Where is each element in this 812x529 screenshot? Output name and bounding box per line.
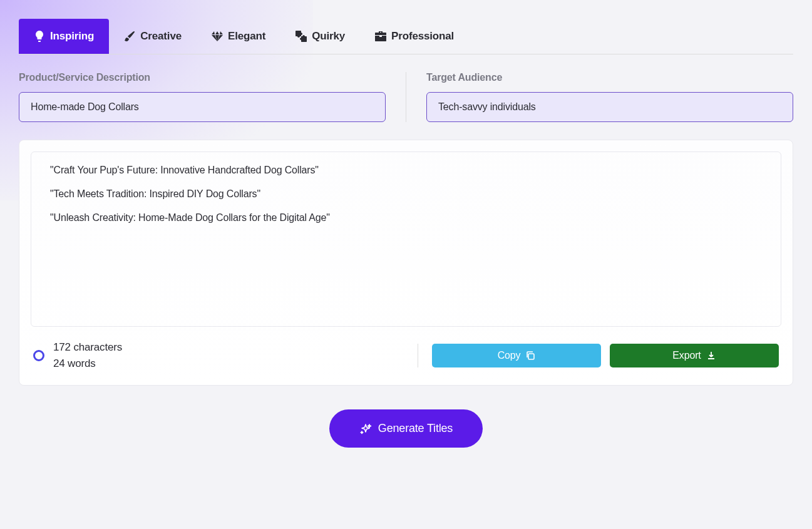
stats-circle-icon — [33, 350, 44, 361]
results-panel: "Craft Your Pup's Future: Innovative Han… — [19, 140, 793, 386]
audience-input[interactable] — [426, 92, 793, 122]
copy-icon — [525, 351, 535, 361]
product-label: Product/Service Description — [19, 72, 386, 83]
tab-professional[interactable]: Professional — [360, 19, 469, 54]
result-item: "Unleash Creativity: Home-Made Dog Colla… — [50, 212, 762, 223]
tab-inspiring[interactable]: Inspiring — [19, 19, 109, 54]
input-row: Product/Service Description Target Audie… — [19, 72, 793, 122]
product-input[interactable] — [19, 92, 386, 122]
result-item: "Craft Your Pup's Future: Innovative Han… — [50, 165, 762, 176]
lightbulb-icon — [34, 31, 45, 42]
input-divider — [406, 72, 406, 122]
product-field: Product/Service Description — [19, 72, 386, 122]
result-item: "Tech Meets Tradition: Inspired DIY Dog … — [50, 188, 762, 200]
stats-text: 172 characters 24 words — [53, 339, 122, 371]
tab-elegant[interactable]: Elegant — [197, 19, 280, 54]
style-tabs: Inspiring Creative Elegant Quirky Profes… — [19, 19, 793, 54]
stats-section: 172 characters 24 words — [33, 339, 418, 371]
action-buttons: Copy Export — [418, 344, 779, 367]
tab-label: Quirky — [312, 30, 345, 43]
generate-section: Generate Titles — [19, 409, 793, 448]
results-box: "Craft Your Pup's Future: Innovative Han… — [31, 152, 781, 327]
download-icon — [706, 351, 716, 361]
generate-button[interactable]: Generate Titles — [329, 409, 483, 448]
tab-quirky[interactable]: Quirky — [280, 19, 360, 54]
panel-footer: 172 characters 24 words Copy Export — [31, 339, 781, 374]
gem-icon — [212, 31, 223, 42]
tab-creative[interactable]: Creative — [109, 19, 197, 54]
sparkle-icon — [359, 423, 372, 435]
tab-label: Elegant — [228, 30, 265, 43]
briefcase-icon — [375, 31, 386, 42]
word-count: 24 words — [53, 356, 122, 372]
audience-field: Target Audience — [426, 72, 793, 122]
copy-label: Copy — [498, 350, 521, 361]
generate-label: Generate Titles — [378, 422, 453, 435]
copy-button[interactable]: Copy — [432, 344, 601, 367]
char-count: 172 characters — [53, 339, 122, 356]
tab-label: Inspiring — [50, 30, 94, 43]
tab-label: Professional — [391, 30, 454, 43]
puzzle-icon — [296, 31, 307, 42]
brush-icon — [124, 31, 135, 42]
export-button[interactable]: Export — [610, 344, 779, 367]
tab-label: Creative — [140, 30, 182, 43]
export-label: Export — [672, 350, 701, 361]
audience-label: Target Audience — [426, 72, 793, 83]
svg-rect-0 — [528, 354, 534, 359]
